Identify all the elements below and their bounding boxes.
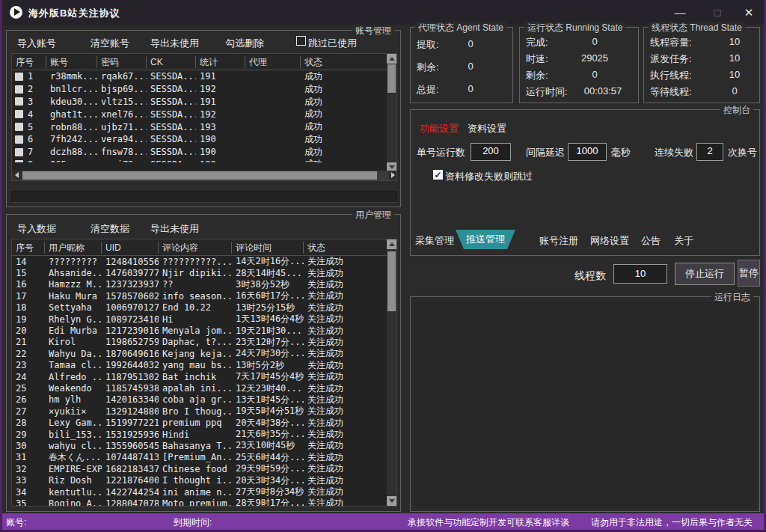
run-log-content[interactable] (414, 302, 756, 508)
row-checkbox[interactable] (15, 110, 23, 118)
table-cell: 3 (12, 97, 46, 107)
column-header[interactable]: 用户昵称 (45, 242, 102, 254)
column-header[interactable]: UID (102, 242, 159, 254)
import-accounts-button[interactable]: 导入账号 (17, 37, 56, 50)
account-table-vertical-scrollbar[interactable] (387, 54, 396, 172)
table-row[interactable]: 23Tamaa cl...1992644032yang mau bs...13时… (12, 360, 396, 371)
table-row[interactable]: 28Lexy Gam...1519977221premium ppq20天4时3… (12, 417, 396, 428)
pause-button[interactable]: 暂停 (738, 260, 760, 287)
table-row[interactable]: 21Kirol1198652759Daphac, t?...23天12时7分..… (12, 337, 396, 348)
table-row[interactable]: 24Alfredo ...1187951302Bat inchik7天17时45… (12, 371, 396, 382)
table-row[interactable]: 2bn1lcr...bjsp69...SESSDA...192成功 (12, 83, 396, 96)
delete-checked-button[interactable]: 勾选删除 (225, 37, 264, 50)
account-hscrollbar-thumb[interactable] (22, 171, 377, 180)
table-row[interactable]: 27×yukii×1329124880Bro I thoug...19天5时4分… (12, 406, 396, 417)
table-row[interactable]: 34kentutlu...1422744254ini anime n...27天… (12, 486, 396, 498)
column-header[interactable]: 代理 (245, 56, 301, 68)
tab-announcement[interactable]: 公告 (641, 234, 661, 248)
row-checkbox[interactable] (15, 148, 23, 156)
consecutive-fail-input[interactable]: 2 (696, 143, 723, 161)
table-row[interactable]: 7dczh88...fnsw78...SESSDA...190成功 (12, 146, 396, 159)
skip-on-fail-checkbox[interactable]: ✓ (433, 170, 443, 180)
table-cell: 成功 (301, 158, 388, 162)
table-cell: 28 (12, 418, 45, 428)
row-checkbox[interactable] (15, 160, 23, 162)
table-row[interactable]: 5robn88...ujbz71...SESSDA...193成功 (12, 120, 396, 133)
runs-per-account-input[interactable]: 200 (471, 143, 511, 161)
table-row[interactable]: 35Rogino A...1288047078Moto premium...28… (12, 498, 396, 506)
table-row[interactable]: 8065quz...pmri73...SESSDA...192成功 (12, 159, 396, 162)
table-row[interactable]: 3kdeu30...vltz15...SESSDA...191成功 (12, 96, 396, 108)
row-checkbox[interactable] (15, 123, 23, 131)
column-header[interactable]: CK (147, 56, 196, 68)
run-speed-label: 时速: (526, 52, 548, 64)
tab-account-register[interactable]: 账号注册 (539, 234, 578, 248)
column-header[interactable]: 评论时间 (232, 242, 304, 254)
table-row[interactable]: 19Rhelyn G...1089723410Hi1天13时46分4秒关注成功 (12, 314, 396, 325)
table-row[interactable]: 32EMPIRE-EXP1682183437Chinese food29天9时5… (12, 463, 396, 474)
table-cell: 23 (12, 360, 45, 370)
table-row[interactable]: 33Riz Dosh1221876400I thought i...20天3时3… (12, 474, 396, 486)
column-header[interactable]: 统计 (196, 56, 245, 68)
row-checkbox[interactable] (15, 85, 23, 94)
user-table-vertical-scrollbar[interactable] (387, 239, 396, 506)
table-row[interactable]: 22Wahyu Da...1870649616Kejang keja...24天… (12, 348, 396, 359)
table-row[interactable]: 17Haku Mura1578570602info season...16天6时… (12, 290, 396, 302)
scroll-left-icon[interactable] (12, 171, 22, 180)
tab-about[interactable]: 关于 (674, 234, 693, 248)
table-cell: vltz15... (97, 97, 147, 107)
tab-profile-settings[interactable]: 资料设置 (468, 122, 506, 135)
clear-users-button[interactable]: 清空数据 (91, 222, 129, 236)
table-cell: 1237323937 (102, 279, 159, 290)
table-row[interactable]: 25Weakendo1185745938apalah ini...12天23时4… (12, 382, 396, 394)
scroll-up-icon[interactable] (387, 54, 396, 64)
column-header[interactable]: 账号 (46, 56, 97, 68)
table-row[interactable]: 30wahyu cl...1355960545Bahasanya T...23天… (12, 440, 396, 451)
table-row[interactable]: 16Hamzzz M...1237323937??3时38分52秒关注成功 (12, 279, 396, 290)
table-row[interactable]: 14?????????1248410556??????????...14天2时1… (12, 256, 396, 267)
account-scrollbar-thumb[interactable] (387, 64, 396, 93)
column-header[interactable]: 状态 (304, 242, 388, 254)
clear-accounts-button[interactable]: 清空账号 (91, 37, 129, 50)
import-users-button[interactable]: 导入数据 (17, 222, 56, 236)
export-unused-accounts-button[interactable]: 导出未使用 (150, 37, 199, 50)
row-checkbox[interactable] (15, 135, 23, 144)
table-row[interactable]: 18Settyaha1006970127End 10.2213时25分15秒关注… (12, 302, 396, 314)
table-cell: 春木くん... (45, 451, 102, 464)
tab-function-settings[interactable]: 功能设置 (420, 122, 459, 135)
column-header[interactable]: 序号 (12, 242, 45, 254)
table-row[interactable]: 29bili_153...1531925936Hindi21天6时35分...关… (12, 429, 396, 440)
export-unused-users-button[interactable]: 导出未使用 (150, 222, 199, 236)
row-checkbox[interactable] (15, 73, 23, 81)
table-row[interactable]: 31春木くん...1074487413[Premium_An...25天6时44… (12, 452, 396, 463)
table-row[interactable]: 1r38mmk...rqak67...SESSDA...191成功 (12, 70, 396, 83)
table-cell: 28天9时17分... (232, 497, 304, 506)
stop-run-button[interactable]: 停止运行 (675, 263, 735, 285)
table-row[interactable]: 67fh242...vera94...SESSDA...190成功 (12, 133, 396, 146)
interval-delay-input[interactable]: 1000 (568, 143, 607, 161)
tab-push-management[interactable]: 推送管理 (456, 230, 515, 249)
column-header[interactable]: 状态 (301, 56, 388, 68)
table-row[interactable]: 20Edi Murba1217239016Menyala jom...19天21… (12, 325, 396, 336)
scroll-up-icon[interactable] (387, 239, 396, 249)
row-checkbox[interactable] (15, 97, 23, 106)
table-cell: 1682183437 (102, 464, 159, 474)
account-status-bar[interactable] (11, 191, 397, 203)
thread-count-input[interactable]: 10 (613, 264, 667, 284)
column-header[interactable]: 序号 (12, 56, 46, 68)
table-row[interactable]: 26hm ylh1420163340coba aja gr...13天1时45分… (12, 394, 396, 406)
table-cell: 1006970127 (102, 302, 159, 313)
account-table-horizontal-scrollbar[interactable] (12, 171, 397, 180)
scroll-down-icon[interactable] (387, 496, 396, 506)
tab-network-settings[interactable]: 网络设置 (590, 234, 629, 248)
tab-collect-management[interactable]: 采集管理 (415, 234, 454, 248)
column-header[interactable]: 评论内容 (159, 242, 232, 254)
column-header[interactable]: 密码 (97, 56, 147, 68)
scroll-right-icon[interactable] (388, 171, 397, 180)
account-table: 序号账号密码CK统计代理状态 1r38mmk...rqak67...SESSDA… (11, 53, 397, 181)
table-cell: SESSDA... (147, 122, 196, 132)
table-row[interactable]: 4ghat1t...xnel76...SESSDA...192成功 (12, 108, 396, 120)
skip-used-checkbox[interactable] (296, 36, 306, 46)
table-row[interactable]: 15Ahsanide...1476039777Njir dipiki...28天… (12, 267, 396, 278)
user-scrollbar-thumb[interactable] (387, 251, 396, 311)
